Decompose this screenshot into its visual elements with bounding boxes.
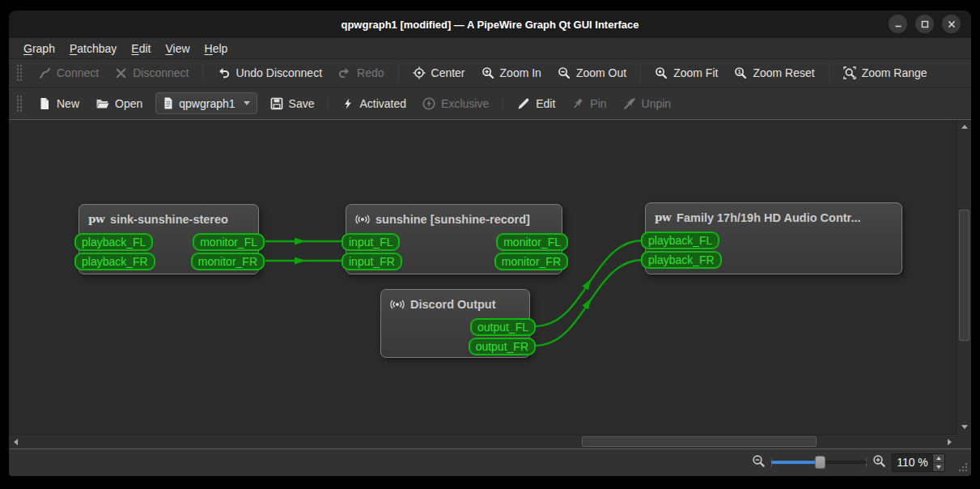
zoom-out-label: Zoom Out (576, 66, 626, 79)
vertical-scrollbar[interactable] (957, 120, 971, 434)
chevron-down-icon (244, 101, 250, 105)
node-family-hd-audio[interactable]: pw Family 17h/19h HD Audio Contr... play… (645, 202, 902, 274)
arrow-down-icon (936, 466, 941, 469)
session-combobox[interactable]: qpwgraph1 (155, 92, 257, 114)
port-playback-fl[interactable]: playback_FL (641, 232, 719, 249)
connection-arrow-icon (582, 277, 594, 291)
toolbar-drag-handle[interactable] (16, 95, 23, 113)
port-playback-fr[interactable]: playback_FR (641, 251, 722, 269)
horizontal-scroll-thumb[interactable] (582, 436, 817, 447)
zoom-reset-icon: 1 (734, 66, 747, 79)
port-row: playback_FR (646, 251, 902, 269)
zoom-out-button[interactable]: Zoom Out (549, 62, 634, 83)
zoom-fit-icon (655, 66, 668, 79)
zoom-range-button[interactable]: Zoom Range (835, 62, 935, 83)
port-monitor-fr[interactable]: monitor_FR (191, 253, 265, 270)
document-icon (163, 97, 174, 109)
connection-arrow-icon (295, 238, 306, 245)
port-row: playback_FL (646, 232, 902, 249)
zoom-spinbox[interactable]: 110 % (892, 453, 945, 472)
redo-button[interactable]: Redo (330, 62, 392, 83)
port-output-fr[interactable]: output_FR (469, 338, 536, 355)
connect-button[interactable]: Connect (30, 62, 107, 83)
exclusive-label: Exclusive (441, 97, 489, 110)
slider-track-filled[interactable] (771, 461, 820, 464)
undo-disconnect-button[interactable]: Undo Disconnect (209, 62, 330, 83)
zoom-value[interactable]: 110 % (893, 456, 932, 469)
port-monitor-fl[interactable]: monitor_FL (193, 233, 265, 251)
resize-grip[interactable] (957, 461, 968, 472)
disconnect-button[interactable]: Disconnect (107, 62, 197, 83)
port-row: output_FR (381, 338, 529, 355)
scroll-down-button[interactable] (957, 420, 971, 434)
pipewire-icon: pw (88, 212, 104, 225)
horizontal-scrollbar[interactable] (9, 434, 957, 449)
zoom-slider-handle[interactable] (815, 456, 825, 469)
unpin-button[interactable]: Unpin (615, 93, 680, 114)
zoom-in-label: Zoom In (500, 66, 541, 79)
arrow-right-icon (948, 439, 952, 445)
zoom-in-icon[interactable] (872, 454, 886, 471)
zoom-out-icon[interactable] (752, 454, 766, 471)
pin-button[interactable]: Pin (563, 93, 614, 114)
toolbar-separator (202, 64, 203, 82)
node-discord-output[interactable]: Discord Output output_FL output_FR (380, 289, 530, 358)
exclusive-bolt-icon (422, 97, 435, 110)
activated-button[interactable]: Activated (334, 93, 414, 114)
slider-track[interactable] (820, 461, 867, 464)
maximize-button[interactable] (915, 15, 934, 33)
close-button[interactable] (942, 15, 961, 33)
menu-patchbay[interactable]: Patchbay (62, 40, 124, 57)
node-title: sunshine [sunshine-record] (375, 213, 530, 226)
zoom-reset-button[interactable]: 1 Zoom Reset (726, 62, 822, 83)
port-input-fl[interactable]: input_FL (342, 233, 400, 251)
port-monitor-fr[interactable]: monitor_FR (494, 253, 568, 270)
toolbar-separator (328, 95, 329, 113)
undo-disconnect-label: Undo Disconnect (235, 66, 322, 79)
spin-up-button[interactable] (933, 454, 944, 463)
menu-edit[interactable]: Edit (124, 40, 158, 57)
new-button[interactable]: New (30, 93, 87, 114)
port-monitor-fl[interactable]: monitor_FL (496, 233, 568, 251)
arrow-up-icon (936, 457, 941, 460)
toolbar-main: Connect Disconnect Undo Disconnect (9, 59, 971, 88)
vertical-scroll-thumb[interactable] (959, 210, 969, 341)
open-label: Open (115, 97, 142, 110)
port-output-fl[interactable]: output_FL (470, 318, 536, 336)
activated-bolt-icon (342, 97, 354, 110)
toolbar-separator (640, 64, 641, 82)
zoom-fit-label: Zoom Fit (673, 66, 718, 79)
port-playback-fr[interactable]: playback_FR (74, 253, 155, 270)
zoom-in-button[interactable]: Zoom In (473, 62, 549, 83)
spin-down-button[interactable] (933, 463, 944, 471)
pin-label: Pin (590, 97, 606, 110)
node-sunshine[interactable]: sunshine [sunshine-record] input_FL moni… (346, 204, 562, 274)
scroll-right-button[interactable] (943, 435, 957, 449)
toolbar-drag-handle[interactable] (16, 64, 23, 82)
zoom-range-icon (843, 66, 856, 79)
port-row: input_FR monitor_FR (346, 253, 562, 270)
edit-button[interactable]: Edit (509, 93, 563, 114)
zoom-fit-button[interactable]: Zoom Fit (647, 62, 726, 83)
graph-canvas[interactable]: pw sink-sunshine-stereo playback_FL moni… (9, 120, 957, 434)
unpin-icon (623, 97, 636, 110)
node-sink-sunshine-stereo[interactable]: pw sink-sunshine-stereo playback_FL moni… (78, 204, 259, 274)
new-file-icon (38, 97, 51, 110)
save-button[interactable]: Save (262, 93, 323, 114)
menu-view[interactable]: View (158, 40, 197, 57)
zoom-reset-label: Zoom Reset (753, 66, 814, 79)
titlebar[interactable]: qpwgraph1 [modified] — A PipeWire Graph … (9, 11, 971, 38)
scrollbar-corner (957, 434, 971, 449)
scroll-left-button[interactable] (9, 435, 23, 449)
menu-help[interactable]: Help (197, 40, 235, 57)
port-input-fr[interactable]: input_FR (342, 253, 402, 270)
stream-icon (355, 213, 370, 226)
minimize-button[interactable] (889, 15, 907, 33)
zoom-slider[interactable] (771, 454, 867, 470)
scroll-up-button[interactable] (957, 120, 971, 134)
center-button[interactable]: Center (405, 62, 473, 83)
port-playback-fl[interactable]: playback_FL (74, 233, 153, 251)
exclusive-button[interactable]: Exclusive (414, 93, 497, 114)
open-button[interactable]: Open (87, 93, 151, 114)
menu-graph[interactable]: Graph (16, 40, 62, 57)
